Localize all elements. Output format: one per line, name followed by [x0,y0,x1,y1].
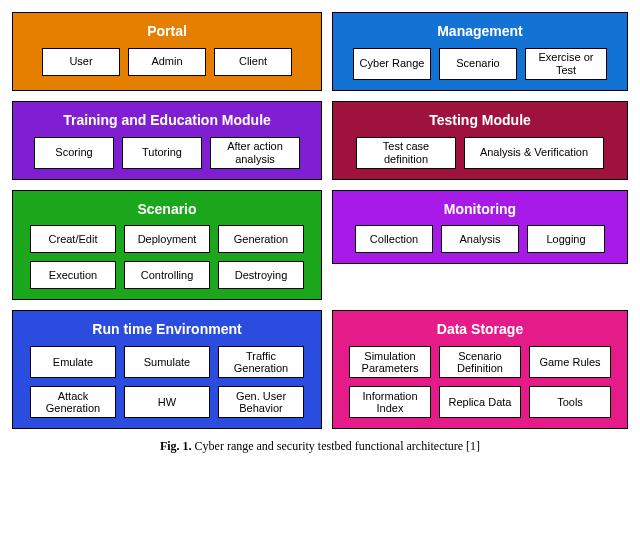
box-replica-data: Replica Data [439,386,521,418]
box-scoring: Scoring [34,137,114,169]
box-cyber-range: Cyber Range [353,48,431,80]
box-simulation-parameters: Simulation Parameters [349,346,431,378]
module-storage: Data Storage Simulation Parameters Scena… [332,310,628,429]
module-boxes: Creat/Edit Deployment Generation Executi… [21,225,313,289]
module-management: Management Cyber Range Scenario Exercise… [332,12,628,91]
module-training: Training and Education Module Scoring Tu… [12,101,322,180]
architecture-diagram: Portal User Admin Client Management Cybe… [12,12,628,429]
box-destroying: Destroying [218,261,304,289]
box-deployment: Deployment [124,225,210,253]
box-logging: Logging [527,225,605,253]
box-exercise-or-test: Exercise or Test [525,48,607,80]
box-scenario-definition: Scenario Definition [439,346,521,378]
box-scenario: Scenario [439,48,517,80]
box-gen-user-behavior: Gen. User Behavior [218,386,304,418]
module-title: Data Storage [437,321,523,338]
module-boxes: Simulation Parameters Scenario Definitio… [341,346,619,418]
module-monitoring: Monitoring Collection Analysis Logging [332,190,628,265]
box-admin: Admin [128,48,206,76]
module-portal: Portal User Admin Client [12,12,322,91]
module-title: Testing Module [429,112,531,129]
box-simulate: Sumulate [124,346,210,378]
row-3: Scenario Creat/Edit Deployment Generatio… [12,190,628,301]
module-scenario: Scenario Creat/Edit Deployment Generatio… [12,190,322,301]
module-title: Portal [147,23,187,40]
box-client: Client [214,48,292,76]
box-collection: Collection [355,225,433,253]
box-test-case-definition: Test case definition [356,137,456,169]
box-attack-generation: Attack Generation [30,386,116,418]
box-execution: Execution [30,261,116,289]
box-emulate: Emulate [30,346,116,378]
module-title: Run time Environment [92,321,241,338]
caption-prefix: Fig. 1. [160,439,192,453]
module-title: Training and Education Module [63,112,271,129]
row-4: Run time Environment Emulate Sumulate Tr… [12,310,628,429]
box-traffic-generation: Traffic Generation [218,346,304,378]
box-analysis: Analysis [441,225,519,253]
box-analysis-verification: Analysis & Verification [464,137,604,169]
row-1: Portal User Admin Client Management Cybe… [12,12,628,91]
module-boxes: Scoring Tutoring After action analysis [21,137,313,169]
module-testing: Testing Module Test case definition Anal… [332,101,628,180]
box-controlling: Controlling [124,261,210,289]
module-title: Scenario [137,201,196,218]
box-generation: Generation [218,225,304,253]
box-tools: Tools [529,386,611,418]
box-information-index: Information Index [349,386,431,418]
box-hw: HW [124,386,210,418]
module-boxes: Collection Analysis Logging [341,225,619,253]
box-create-edit: Creat/Edit [30,225,116,253]
box-game-rules: Game Rules [529,346,611,378]
module-boxes: Emulate Sumulate Traffic Generation Atta… [21,346,313,418]
module-boxes: User Admin Client [21,48,313,76]
module-runtime: Run time Environment Emulate Sumulate Tr… [12,310,322,429]
box-tutoring: Tutoring [122,137,202,169]
figure-caption: Fig. 1. Cyber range and security testbed… [12,439,628,454]
module-title: Monitoring [444,201,516,218]
module-boxes: Cyber Range Scenario Exercise or Test [341,48,619,80]
module-title: Management [437,23,523,40]
module-boxes: Test case definition Analysis & Verifica… [341,137,619,169]
caption-text: Cyber range and security testbed functio… [195,439,481,453]
box-user: User [42,48,120,76]
box-after-action-analysis: After action analysis [210,137,300,169]
row-2: Training and Education Module Scoring Tu… [12,101,628,180]
